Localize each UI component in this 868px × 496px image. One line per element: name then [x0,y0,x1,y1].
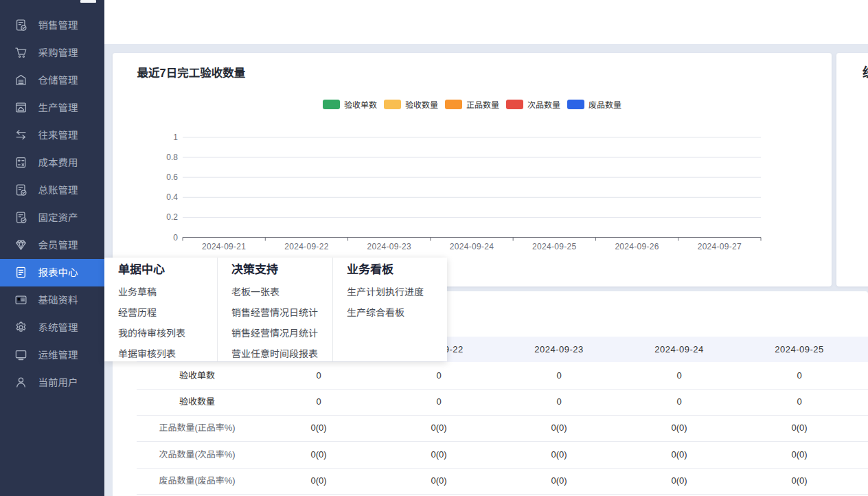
svg-text:2024-09-21: 2024-09-21 [202,242,246,251]
svg-text:2024-09-23: 2024-09-23 [367,242,411,251]
svg-text:2024-09-26: 2024-09-26 [615,242,659,251]
svg-text:0: 0 [173,233,178,243]
svg-text:0.6: 0.6 [166,172,178,182]
svg-text:2024-09-24: 2024-09-24 [450,242,494,251]
svg-text:1: 1 [173,133,178,142]
svg-text:2024-09-22: 2024-09-22 [284,242,328,251]
svg-text:0.8: 0.8 [166,153,178,162]
svg-text:0.4: 0.4 [166,192,178,202]
svg-text:2024-09-25: 2024-09-25 [532,242,576,251]
svg-text:2024-09-27: 2024-09-27 [698,242,742,251]
svg-text:0.2: 0.2 [166,212,178,222]
